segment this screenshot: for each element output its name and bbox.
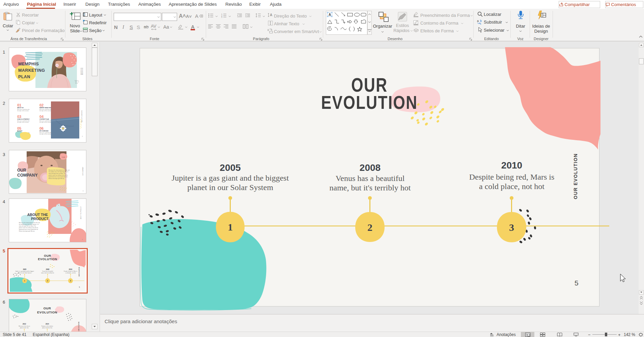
svg-text:1: 1 bbox=[228, 221, 233, 233]
svg-text:Mercury is the closest: Mercury is the closest bbox=[19, 326, 30, 327]
svg-text:OUR EVOLUTION: OUR EVOLUTION bbox=[573, 153, 578, 199]
svg-text:COMPANY: COMPANY bbox=[17, 173, 37, 178]
svg-text:06: 06 bbox=[39, 126, 44, 130]
svg-text:2008: 2008 bbox=[360, 162, 381, 173]
svg-text:MARKET ANALYSIS: MARKET ANALYSIS bbox=[39, 107, 51, 109]
svg-text:PLAN: PLAN bbox=[18, 74, 30, 79]
svg-text:a cold place, not hot: a cold place, not hot bbox=[479, 182, 544, 191]
svg-text:GOALS & STRATEGY: GOALS & STRATEGY bbox=[17, 119, 30, 120]
svg-text:name, but it's terribly hot: name, but it's terribly hot bbox=[330, 183, 411, 192]
svg-text:KPI OVERVIEW: KPI OVERVIEW bbox=[39, 130, 49, 132]
svg-text:5: 5 bbox=[575, 279, 579, 287]
svg-text:the topic of the section: the topic of the section bbox=[17, 110, 29, 112]
svg-text:05: 05 bbox=[17, 126, 21, 130]
svg-text:ABCDEFGHIJK: ABCDEFGHIJK bbox=[82, 68, 83, 75]
svg-text:planet to the Sun: planet to the Sun bbox=[20, 327, 29, 329]
svg-text:EVOLUTION: EVOLUTION bbox=[321, 92, 418, 113]
svg-text:2010: 2010 bbox=[69, 269, 73, 270]
svg-text:the smallest one in the Solar: the smallest one in the Solar System―it'… bbox=[19, 224, 39, 225]
svg-text:planet in our Solar System: planet in our Solar System bbox=[187, 183, 273, 192]
svg-text:03: 03 bbox=[17, 115, 21, 119]
svg-text:planet's name has nothing to d: planet's name has nothing to do with the bbox=[49, 175, 68, 176]
svg-text:the smallest one in the Solar: the smallest one in the Solar System―it'… bbox=[49, 171, 68, 173]
svg-text:OUR: OUR bbox=[44, 306, 51, 310]
svg-text:02: 02 bbox=[39, 103, 44, 107]
svg-text:ABOUT THE: ABOUT THE bbox=[27, 213, 48, 217]
svg-text:PRODUCT: PRODUCT bbox=[31, 217, 49, 221]
svg-text:liquid metal since it was name: liquid metal since it was named after th… bbox=[49, 176, 68, 178]
svg-text:liquid metal since it was name: liquid metal since it was named after th… bbox=[19, 229, 38, 230]
svg-text:Roman messenger god, Mercury: Roman messenger god, Mercury bbox=[49, 178, 64, 179]
svg-text:CONTENT PLAN: CONTENT PLAN bbox=[39, 119, 49, 120]
svg-text:MEMPHIS: MEMPHIS bbox=[18, 62, 39, 66]
svg-text:OUR EVOLUTION: OUR EVOLUTION bbox=[78, 321, 80, 331]
svg-text:b: b bbox=[480, 19, 482, 23]
svg-text:2010: 2010 bbox=[501, 160, 522, 171]
svg-text:planet from the Sun: planet from the Sun bbox=[42, 327, 52, 329]
svg-text:a: a bbox=[477, 19, 479, 23]
svg-text:2012: 2012 bbox=[23, 323, 26, 325]
svg-text:the topic of the section: the topic of the section bbox=[17, 122, 29, 123]
svg-text:3: 3 bbox=[70, 280, 71, 282]
svg-text:ABOUT THE PRODUCT: ABOUT THE PRODUCT bbox=[80, 206, 82, 219]
svg-text:Jupiter is a gas giant and the: Jupiter is a gas giant and the biggest bbox=[172, 174, 289, 182]
svg-text:EVOLUTION: EVOLUTION bbox=[38, 257, 57, 261]
svg-text:MARKETING: MARKETING bbox=[18, 68, 45, 73]
svg-text:the topic of the section: the topic of the section bbox=[39, 133, 51, 135]
svg-text:only a bit larger than our Moo: only a bit larger than our Moon. The bbox=[49, 173, 66, 174]
svg-text:2: 2 bbox=[47, 280, 48, 282]
svg-text:planet in our Solar System: planet in our Solar System bbox=[18, 272, 31, 274]
svg-text:OUR: OUR bbox=[17, 168, 26, 173]
svg-text:Roman messenger god, Mercury: Roman messenger god, Mercury bbox=[19, 231, 35, 232]
svg-text:2005: 2005 bbox=[23, 269, 27, 270]
svg-text:1: 1 bbox=[24, 280, 25, 282]
svg-text:ABOUT US: ABOUT US bbox=[17, 107, 24, 109]
svg-text:c: c bbox=[480, 23, 481, 25]
svg-text:YOUR: YOUR bbox=[62, 157, 65, 158]
svg-text:OUR: OUR bbox=[44, 254, 51, 257]
svg-text:planet's name has nothing to d: planet's name has nothing to do with the bbox=[19, 227, 38, 228]
svg-text:Despite being red, Mars is: Despite being red, Mars is bbox=[469, 173, 555, 181]
svg-text:2014: 2014 bbox=[46, 323, 49, 325]
svg-text:the topic of the section: the topic of the section bbox=[39, 110, 51, 112]
svg-text:EVOLUTION: EVOLUTION bbox=[37, 310, 57, 314]
svg-text:Jupiter is a gas giant and the: Jupiter is a gas giant and the biggest bbox=[16, 271, 34, 272]
svg-text:only a bit larger than our Moo: only a bit larger than our Moon. The bbox=[19, 225, 36, 227]
svg-text:OUR COMPANY: OUR COMPANY bbox=[82, 166, 84, 176]
svg-text:2008: 2008 bbox=[46, 269, 50, 270]
svg-text:01: 01 bbox=[17, 103, 21, 107]
svg-text:5: 5 bbox=[79, 286, 80, 288]
svg-text:3: 3 bbox=[221, 16, 222, 18]
svg-text:Mercury is the closest planet: Mercury is the closest planet to the Sun… bbox=[49, 170, 69, 171]
svg-text:A: A bbox=[329, 13, 331, 17]
svg-text:Neptune is the farthest: Neptune is the farthest bbox=[41, 326, 53, 327]
svg-text:2: 2 bbox=[367, 222, 372, 233]
svg-text:2005: 2005 bbox=[220, 162, 241, 173]
svg-text:the topic of the section: the topic of the section bbox=[39, 122, 51, 123]
svg-text:OUR EVOLUTION: OUR EVOLUTION bbox=[79, 267, 80, 277]
svg-text:A: A bbox=[270, 13, 272, 17]
svg-text:Venus has a beautiful: Venus has a beautiful bbox=[336, 174, 405, 183]
svg-text:3: 3 bbox=[509, 222, 514, 233]
svg-text:04: 04 bbox=[39, 115, 44, 119]
svg-text:Venus has a beautiful: Venus has a beautiful bbox=[42, 271, 53, 272]
svg-text:Mercury is the closest planet: Mercury is the closest planet to the Sun… bbox=[19, 222, 40, 223]
